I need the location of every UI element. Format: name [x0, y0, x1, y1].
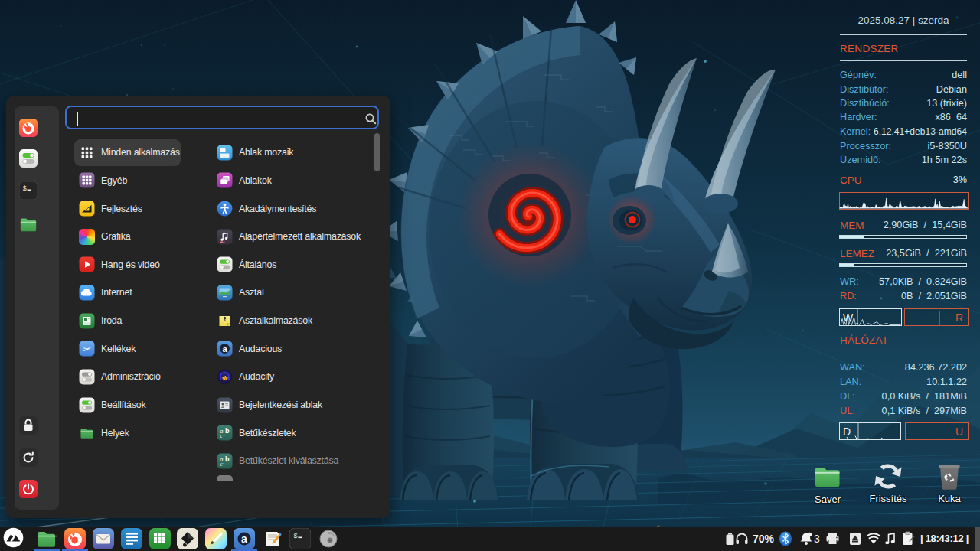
svg-text:b: b	[225, 455, 230, 462]
svg-text:c: c	[220, 460, 224, 468]
svg-text:a: a	[222, 344, 227, 354]
svg-text:R: R	[956, 311, 963, 324]
svg-text:D: D	[843, 425, 851, 438]
svg-text:b: b	[225, 427, 230, 435]
svg-text:c: c	[220, 432, 224, 439]
svg-text:a: a	[241, 533, 247, 545]
svg-text:W: W	[843, 311, 854, 324]
svg-text:U: U	[956, 425, 963, 438]
svg-text:$: $	[294, 533, 298, 540]
svg-text:✂: ✂	[83, 344, 91, 355]
svg-text:$: $	[23, 185, 28, 193]
